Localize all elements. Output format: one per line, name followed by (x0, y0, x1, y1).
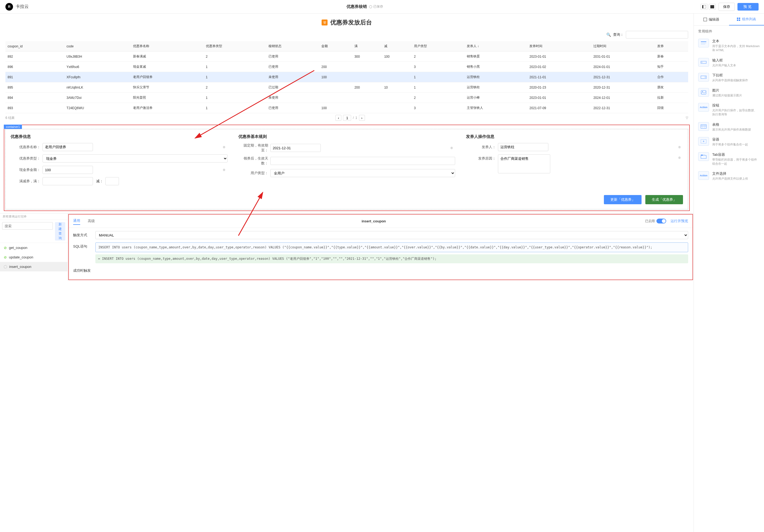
table-cell: 1 (204, 62, 267, 72)
days-label: 领券后，生效天数： (238, 156, 268, 166)
preview-button[interactable]: 预览 (737, 3, 759, 11)
layout-sidebar-button[interactable] (700, 4, 708, 10)
tab-advanced[interactable]: 高级 (88, 218, 95, 225)
query-search-input[interactable] (2, 222, 53, 230)
by-input[interactable] (105, 177, 119, 185)
table-header[interactable]: 满 (352, 41, 382, 52)
component-desc: 允许用户输入文本 (712, 64, 760, 68)
over-input[interactable] (43, 177, 93, 185)
component-desc: 允许用户选择文件以便上传 (712, 177, 760, 181)
component-item[interactable]: Action文件选择允许用户选择文件以便上传 (694, 168, 764, 183)
component-item[interactable]: Tab容器带导航栏的容器，用于将多个组件组合在一起 (694, 149, 764, 169)
component-item[interactable]: 下拉框从列表中选择值或触发操作 (694, 70, 764, 85)
query-item-update_coupon[interactable]: ⊘update_coupon (0, 253, 68, 262)
table-cell: 2 (204, 83, 267, 92)
section-operator-title: 发券人操作信息 (466, 134, 683, 139)
query-item-get_coupon[interactable]: ⊘get_coupon (0, 243, 68, 253)
component-item[interactable]: 表格展示和允许用户操作表格数据 (694, 119, 764, 134)
table-cell: 1 (204, 92, 267, 103)
reason-textarea[interactable] (498, 154, 550, 173)
pager-total: 1 (355, 116, 357, 120)
table-header[interactable]: code (65, 41, 131, 52)
container1[interactable]: container1 优惠券信息 优惠券名称： ⊗ 优惠券类型： 现金券 (4, 125, 690, 211)
table-cell: 合作 (655, 72, 688, 83)
component-icon: Action (698, 171, 709, 180)
layout-full-button[interactable] (709, 4, 716, 10)
pager-next[interactable]: › (359, 115, 365, 121)
table-header[interactable]: 发券时间 (527, 41, 591, 52)
page-title: 优惠券发放后台 (330, 18, 372, 27)
component-item[interactable]: 文本用于显示文本内容，支持 Markdown 和 HTML (694, 36, 764, 55)
svg-rect-12 (739, 20, 740, 21)
component-item[interactable]: 输入框允许用户输入文本 (694, 55, 764, 70)
table-cell: 回馈 (655, 103, 688, 113)
tab-general[interactable]: 通用 (73, 217, 80, 225)
trigger-select[interactable]: MANUAL (96, 231, 688, 239)
table-cell: T24EQ6WU (65, 103, 131, 113)
table-header[interactable]: 优惠券名称 (131, 41, 203, 52)
create-coupon-button[interactable]: 生成「优惠券」 (645, 195, 683, 204)
table-row[interactable]: 895nKUq8mLK快乐父亲节2已过期200101运营铁柱2020-01-23… (5, 83, 688, 92)
coupon-name-input[interactable] (43, 143, 93, 151)
new-query-button[interactable]: 新建查询 (55, 222, 65, 241)
table-row[interactable]: 8943AMz7Doi阳光普照1未使用2运营小棒2023-01-012024-1… (5, 92, 688, 103)
table-row[interactable]: 893T24EQ6WU老用户激活券1已使用1003主管张铁人2021-07-09… (5, 103, 688, 113)
table-header[interactable]: 减 (382, 41, 412, 52)
table-cell: 1 (204, 72, 267, 83)
component-desc: 从列表中选择值或触发操作 (712, 78, 760, 83)
clear-icon[interactable]: ⊗ (450, 146, 453, 150)
run-preview-button[interactable]: 运行并预览 (670, 219, 688, 224)
table-header[interactable]: 金额 (319, 41, 352, 52)
component-item[interactable]: +容器用于将多个组件集合在一起 (694, 134, 764, 149)
component-item[interactable]: 图片通过图片链接展示图片 (694, 85, 764, 100)
component-title: Tab容器 (712, 152, 760, 157)
svg-rect-21 (701, 125, 706, 128)
table-row[interactable]: 891XFcu8pfn老用户回馈券1未使用1001运营铁柱2021-11-012… (5, 72, 688, 83)
days-input[interactable] (271, 157, 456, 165)
query-item-insert_coupon[interactable]: insert_coupon (0, 262, 68, 271)
table-header[interactable]: 优惠券类型 (204, 41, 267, 52)
table-cell: 893 (5, 103, 65, 113)
operator-label: 发券人： (466, 145, 496, 149)
amount-input[interactable] (43, 166, 93, 174)
table-cell: 老用户回馈券 (131, 72, 203, 83)
table-cell: 2020-12-31 (591, 83, 655, 92)
tab-components[interactable]: 组件列表 (729, 14, 764, 26)
coupon-type-select[interactable]: 现金券 (43, 154, 228, 162)
table-header[interactable]: coupon_id (5, 41, 65, 52)
component-title: 容器 (712, 137, 760, 142)
table-row[interactable]: 896Yxt6fso6现金直减1已使用2003销售小黑2023-01-02202… (5, 62, 688, 72)
table-cell: 主管张铁人 (465, 103, 527, 113)
table-header[interactable]: 发券人 ↓ (465, 41, 527, 52)
sql-textarea[interactable]: INSERT INTO users (coupon_name,type,amou… (96, 243, 688, 252)
clear-icon[interactable]: ⊗ (678, 145, 681, 149)
active-query-name: insert_coupon (102, 219, 645, 223)
component-title: 文本 (712, 39, 760, 44)
component-icon (698, 39, 709, 47)
search-input[interactable] (626, 31, 688, 39)
component-item[interactable]: Action按钮允许用户执行操作，如导出数据、执行查询等 (694, 100, 764, 119)
fixed-date-input[interactable] (271, 144, 321, 152)
user-type-select[interactable]: 全用户 (271, 169, 456, 177)
table-header[interactable]: 核销状态 (266, 41, 319, 52)
svg-rect-2 (702, 5, 703, 8)
update-coupon-button[interactable]: 更新「优惠券」 (604, 195, 642, 204)
operator-input[interactable] (498, 143, 548, 151)
clear-icon[interactable]: ⊗ (223, 145, 225, 149)
tab-editor[interactable]: 编辑器 (694, 14, 729, 26)
clear-icon[interactable]: ⊗ (678, 156, 681, 160)
pager-current[interactable] (343, 115, 351, 121)
clear-icon[interactable]: ⊗ (223, 168, 225, 172)
table-header[interactable]: 过期时间 (591, 41, 655, 52)
table-header[interactable]: 用户类型 (412, 41, 465, 52)
pager-prev[interactable]: ‹ (335, 115, 341, 121)
save-button[interactable]: 保存 (718, 3, 735, 11)
pager-filter-icon[interactable]: ▽ (686, 116, 688, 120)
table-header[interactable]: 发券 (655, 41, 688, 52)
table-cell: 销售铁蛋 (465, 52, 527, 62)
table-row[interactable]: 892U9xJ8B3H新春满减2已使用3001002销售铁蛋2023-01-01… (5, 52, 688, 62)
components-section-title: 常用组件 (694, 26, 764, 36)
enabled-toggle[interactable] (657, 219, 666, 224)
container-label: container1 (4, 125, 22, 129)
grid-icon (737, 17, 740, 21)
